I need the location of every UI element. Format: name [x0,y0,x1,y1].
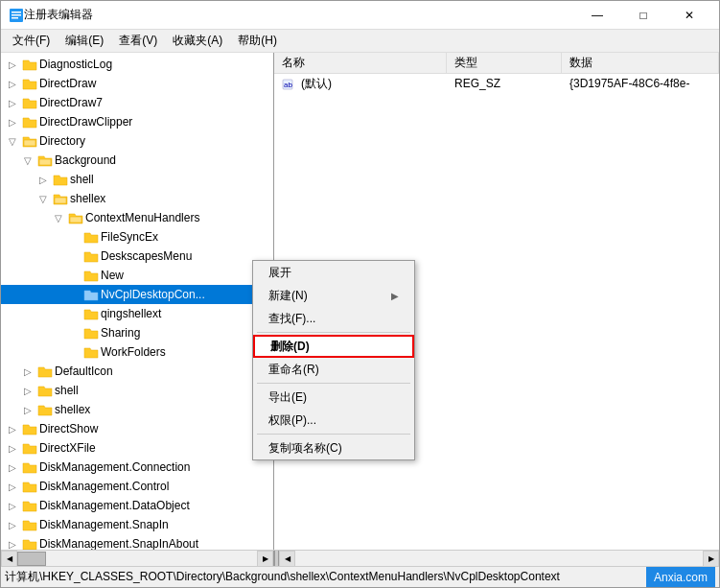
expand-icon: ▷ [35,172,51,187]
col-header-name[interactable]: 名称 [274,53,447,73]
folder-icon [53,192,68,205]
expand-icon: ▽ [5,133,20,149]
tree-item-defaulticon[interactable]: ▷ DefaultIcon [1,362,273,381]
folder-icon [37,153,53,167]
cell-type: REG_SZ [447,77,562,90]
folder-icon [37,384,53,397]
folder-icon [22,499,37,512]
menu-edit[interactable]: 编辑(E) [58,31,111,51]
tree-item-shellex[interactable]: ▽ shellex [1,189,273,208]
folder-icon [22,58,37,71]
expand-icon: ▷ [5,517,20,532]
tree-item-new[interactable]: ▷ New [1,266,273,285]
tree-item-diskmanagement-snapinabout[interactable]: ▷ DiskManagement.SnapInAbout [1,534,273,550]
ctx-item-new[interactable]: 新建(N) ▶ [253,284,414,307]
expand-icon: ▷ [5,114,20,129]
tree-item-filesyncex[interactable]: ▷ FileSyncEx [1,227,273,247]
tree-item-contextmenuhandlers[interactable]: ▽ ContextMenuHandlers [1,208,273,227]
context-menu: 展开 新建(N) ▶ 查找(F)... 删除(D) 重命名(R) 导出(E) 权… [252,260,415,460]
ctx-label-permissions: 权限(P)... [268,412,316,429]
expand-icon: ▷ [5,76,20,91]
menu-favorites[interactable]: 收藏夹(A) [165,31,230,51]
tree-label: ContextMenuHandlers [85,211,199,224]
tree-label: DefaultIcon [55,365,113,378]
tree-item-shellex2[interactable]: ▷ shellex [1,400,273,419]
panes-bottom: ◀ ▶ ◀ ▶ [1,550,719,566]
folder-icon [83,307,99,320]
list-header: 名称 类型 数据 [274,53,719,74]
ctx-item-delete[interactable]: 删除(D) [253,335,414,358]
folder-icon [22,134,37,148]
tree-label: WorkFolders [101,345,166,359]
expand-icon: ▷ [5,57,20,72]
status-bar: 计算机\HKEY_CLASSES_ROOT\Directory\Backgrou… [1,566,719,587]
ctx-item-copy-name[interactable]: 复制项名称(C) [253,436,414,459]
tree-item-directory[interactable]: ▽ Directory [1,131,273,151]
tree-item-qingshellext[interactable]: ▷ qingshellext [1,304,273,323]
ctx-item-find[interactable]: 查找(F)... [253,307,414,330]
window-title: 注册表编辑器 [24,7,575,23]
scroll-left-btn[interactable]: ◀ [1,551,17,567]
menu-view[interactable]: 查看(V) [111,31,165,51]
tree-item-diagnosticlog[interactable]: ▷ DiagnosticLog [1,55,273,74]
tree-item-shell[interactable]: ▷ shell [1,170,273,189]
expand-icon: ▽ [20,153,35,168]
tree-item-deskscapesmenu[interactable]: ▷ DeskscapesMenu [1,247,273,266]
folder-icon [22,422,37,435]
tree-item-diskmanagement-snapin[interactable]: ▷ DiskManagement.SnapIn [1,515,273,534]
tree-item-directxfile[interactable]: ▷ DirectXFile [1,438,273,458]
scroll-right-btn2[interactable]: ▶ [703,551,719,567]
tree-item-directdraw7[interactable]: ▷ DirectDraw7 [1,93,273,112]
list-row[interactable]: ab (默认) REG_SZ {3D1975AF-48C6-4f8e- [274,74,719,93]
ctx-arrow-new: ▶ [391,291,399,301]
ctx-item-permissions[interactable]: 权限(P)... [253,409,414,432]
minimize-button[interactable]: — [575,1,619,30]
menu-help[interactable]: 帮助(H) [230,31,285,51]
ctx-label-copy-name: 复制项名称(C) [268,440,342,457]
status-path: 计算机\HKEY_CLASSES_ROOT\Directory\Backgrou… [5,569,560,585]
ctx-item-export[interactable]: 导出(E) [253,386,414,409]
tree-item-shell2[interactable]: ▷ shell [1,381,273,400]
tree-label: DiskManagement.SnapInAbout [39,537,198,550]
folder-icon [83,326,99,340]
tree-label: DiskManagement.Connection [39,460,190,474]
tree-item-directdrawclipper[interactable]: ▷ DirectDrawClipper [1,112,273,131]
scroll-track-left [17,551,257,566]
tree-label: Directory [39,134,85,148]
tree-item-workfolders[interactable]: ▷ WorkFolders [1,342,273,362]
tree-label: DiskManagement.SnapIn [39,518,169,531]
tree-item-sharing[interactable]: ▷ Sharing [1,323,273,342]
tree-item-diskmanagement-connection[interactable]: ▷ DiskManagement.Connection [1,458,273,477]
tree-label: NvCplDesktopCon... [101,288,205,301]
tree-item-background[interactable]: ▽ Background [1,151,273,170]
svg-rect-2 [12,14,21,16]
tree-item-directshow[interactable]: ▷ DirectShow [1,419,273,438]
expand-icon: ▷ [20,364,35,379]
expand-icon: ▷ [20,402,35,417]
col-header-data[interactable]: 数据 [562,53,719,73]
tree-item-diskmanagement-control[interactable]: ▷ DiskManagement.Control [1,477,273,496]
ctx-item-rename[interactable]: 重命名(R) [253,358,414,381]
folder-icon [83,288,99,301]
expand-icon: ▷ [5,421,20,436]
scroll-left-btn2[interactable]: ◀ [279,551,295,567]
expand-icon: ▷ [5,95,20,110]
col-header-type[interactable]: 类型 [447,53,562,73]
folder-icon [22,77,37,90]
ctx-label-delete: 删除(D) [270,339,310,355]
tree-pane: ▷ DiagnosticLog ▷ DirectDraw ▷ [1,53,274,550]
tree-item-directdraw[interactable]: ▷ DirectDraw [1,74,273,93]
expand-icon: ▽ [51,210,66,225]
scroll-right-btn[interactable]: ▶ [257,551,273,567]
close-button[interactable]: ✕ [667,1,711,30]
folder-icon [22,460,37,474]
tree-item-nvcpldesktopcon[interactable]: ▷ NvCplDesktopCon... [1,285,273,304]
ctx-item-expand[interactable]: 展开 [253,261,414,284]
tree-label: shellex [70,192,105,205]
maximize-button[interactable]: □ [621,1,665,30]
menu-file[interactable]: 文件(F) [5,31,58,51]
expand-icon: ▷ [5,498,20,513]
tree-item-diskmanagement-dataobject[interactable]: ▷ DiskManagement.DataObject [1,496,273,515]
tree-label: FileSyncEx [101,230,158,244]
svg-rect-3 [12,17,18,19]
